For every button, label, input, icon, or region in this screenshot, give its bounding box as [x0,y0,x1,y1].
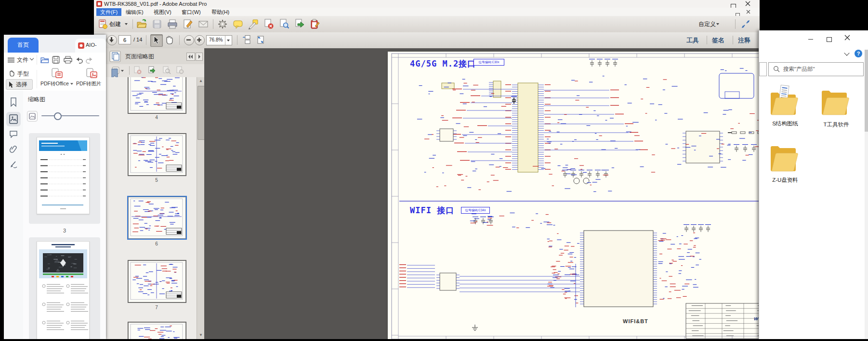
reader-page-4-thumb[interactable] [37,241,90,339]
settings-gear-icon[interactable] [217,18,228,30]
tab-document[interactable]: AIO- [75,39,106,53]
zoom-out-icon[interactable] [184,35,194,45]
panel-export-page-icon[interactable] [147,66,157,75]
doc-tab-label: AIO- [86,42,97,48]
edit-clipboard-icon[interactable] [309,18,321,30]
highlight-note-icon[interactable] [248,18,259,30]
hand-tool-icon[interactable] [9,69,15,77]
zoom-level: 76.8% [209,37,223,42]
email-icon[interactable] [197,18,209,30]
panel-scrollbar[interactable]: ▲ ▼ [197,77,205,339]
thumb-size-icon[interactable] [27,111,38,122]
resize-toolbar-icon[interactable] [741,19,750,29]
addressbar-fragment [759,62,767,76]
menu-edit[interactable]: 编辑(E) [122,8,147,16]
comment-bubble-icon[interactable] [232,18,244,30]
reader-thumb-panel: 缩略图 3 [23,91,106,339]
explorer-close-icon[interactable] [838,35,856,49]
scroll-down-icon[interactable]: ▼ [197,333,205,337]
pdf-to-image-button[interactable]: PDF转图片 [76,68,106,90]
menu-file[interactable]: 文件(F) [96,8,121,16]
collapse-panel-icon[interactable] [186,53,195,61]
help-icon[interactable]: ? [855,50,862,57]
hamburger-icon[interactable] [8,57,14,63]
reader-panel-title: 缩略图 [28,95,45,104]
explorer-scrollbar[interactable] [865,50,868,339]
tab-tools[interactable]: 工具 [686,36,699,45]
folder-t[interactable]: T工具软件 [819,84,854,133]
search-icon [773,66,780,72]
expand-panel-icon[interactable] [196,53,203,61]
page-thumb-6-selected[interactable] [128,197,186,239]
folder-s[interactable]: S结构图纸 [768,83,802,132]
thumb-size-slider[interactable] [41,115,99,116]
slider-knob[interactable] [54,112,62,120]
panel-settings-icon[interactable] [175,66,185,75]
folder-label: T工具软件 [819,121,854,128]
reader-open-icon[interactable] [40,56,49,64]
open-file-icon[interactable] [136,18,147,30]
menu-view[interactable]: 视图(V) [150,8,175,16]
scroll-up-icon[interactable]: ▲ [197,79,205,83]
page-thumb-5[interactable] [128,134,186,176]
delete-page-icon[interactable] [263,18,275,30]
page-number-input[interactable] [118,35,131,44]
pdf-to-office-label: PDF转Office [40,81,69,87]
undo-icon[interactable] [75,56,83,64]
reader-page-3-thumb[interactable] [37,137,90,214]
hand-tool-label[interactable]: 手型 [17,70,29,78]
page-thumb-8[interactable] [128,322,186,339]
explorer-minimize-icon[interactable] [802,32,820,47]
customize-button[interactable]: 自定义 [698,20,716,28]
folder-z[interactable]: Z-U盘资料 [768,139,802,189]
tab-comment[interactable]: 注释 [738,36,750,45]
save-icon[interactable] [151,18,163,30]
reader-thumb3-holder[interactable] [29,133,100,224]
file-menu-chevron-icon [30,56,34,60]
bookmark-icon[interactable] [10,97,17,107]
stamp-icon[interactable] [10,160,18,168]
tab-home[interactable]: 首页 [8,38,39,53]
fit-window-icon[interactable] [255,34,267,46]
tab-sign[interactable]: 签名 [712,36,724,45]
close-icon[interactable] [745,1,750,6]
scroll-mode-icon[interactable] [242,34,253,46]
thumbnail-list[interactable]: 4 5 6 7 [106,77,197,339]
select-tool-button[interactable]: 选择 [6,79,33,90]
page-thumbnails-tab-icon[interactable] [109,50,121,63]
customize-caret-icon [716,23,719,25]
hand-tool-icon[interactable] [164,34,175,46]
redo-icon[interactable] [86,56,93,64]
find-page-icon[interactable] [278,18,290,30]
menu-window[interactable]: 窗口(W) [178,8,205,16]
file-menu[interactable]: 文件 [17,56,28,64]
menu-help[interactable]: 帮助(H) [208,8,233,16]
select-tool-icon[interactable] [150,34,163,47]
sign-document-icon[interactable] [182,18,194,30]
comment-icon[interactable] [10,130,17,138]
folder-with-docs-icon [769,83,799,119]
ribbon-collapse-icon[interactable] [844,50,849,55]
attachment-icon[interactable] [10,145,17,154]
panel-find-icon[interactable] [162,66,171,75]
pdf-to-office-button[interactable]: PDF转Office [40,68,72,90]
zoom-level-box[interactable]: 76.8% [206,35,232,45]
search-box[interactable]: 搜索"产品部" [768,62,864,76]
print-icon[interactable] [167,18,178,30]
next-page-icon[interactable] [107,35,117,45]
pdf-page[interactable]: 4G/5G M.2接口 位号编码:C30x WIFI 接口 位号编码:C34x … [388,52,790,339]
reader-print-icon[interactable] [64,56,72,64]
document-area: ▲ ▼ 4G/5G M.2接口 位号编码:C30x WIFI 接口 位号编码:C… [204,48,845,339]
reader-save-icon[interactable] [52,56,60,64]
reader-thumb4-holder[interactable] [29,237,100,339]
explorer-maximize-icon[interactable] [820,35,838,50]
export-page-icon[interactable] [294,18,305,30]
page-thumb-7[interactable] [128,260,186,302]
section2-title: WIFI 接口 [410,205,454,216]
zoom-in-icon[interactable] [195,35,205,45]
doc-close-icon[interactable] [746,10,750,14]
panel-delete-page-icon[interactable] [133,66,143,75]
thumbnail-panel-selected[interactable] [6,112,21,126]
page-thumb-4[interactable] [128,77,186,113]
page-thumb-label: 4 [128,115,185,120]
